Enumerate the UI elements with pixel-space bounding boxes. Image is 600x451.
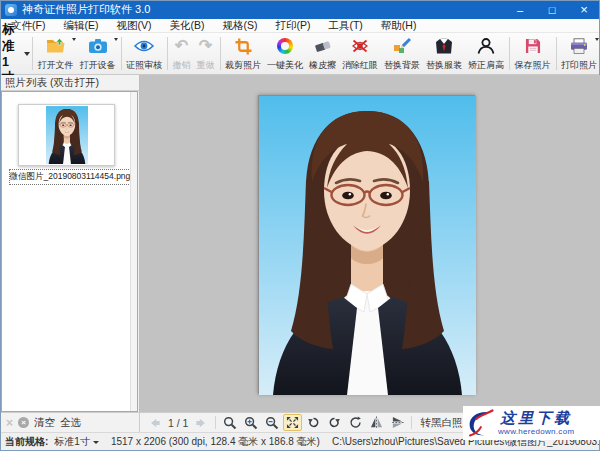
- arrow-left-icon: [148, 417, 161, 429]
- photo-review-label: 证照审核: [126, 59, 162, 72]
- maximize-button[interactable]: □: [536, 0, 568, 19]
- clear-button[interactable]: 清空: [34, 416, 55, 430]
- site-watermark: 这里下载 www.heredown.com: [463, 406, 600, 440]
- photo-list-header: 照片列表 (双击打开): [0, 75, 139, 91]
- eraser-label: 橡皮擦: [309, 59, 336, 72]
- replace-clothes-button[interactable]: 替换服装: [423, 34, 465, 73]
- next-photo-button[interactable]: [192, 414, 211, 431]
- close-button[interactable]: ×: [568, 0, 600, 19]
- menu-edit[interactable]: 编辑(E): [54, 19, 107, 32]
- chevron-down-icon: [595, 38, 599, 41]
- one-key-beautify-label: 一键美化: [267, 59, 303, 72]
- replace-background-button[interactable]: 替换背景: [381, 34, 423, 73]
- page-indicator: 1 / 1: [166, 417, 190, 429]
- one-key-beautify-button[interactable]: 一键美化: [264, 34, 306, 73]
- crop-photo-button[interactable]: 裁剪照片: [222, 34, 264, 73]
- fit-screen-icon: [286, 416, 299, 429]
- refresh-button[interactable]: [346, 414, 365, 431]
- zoom-tool-button[interactable]: [220, 414, 239, 431]
- fit-screen-button[interactable]: [283, 414, 302, 431]
- clear-list-icon[interactable]: ×: [18, 417, 29, 428]
- toolbar-separator: [556, 37, 557, 70]
- rotate-right-icon: [328, 416, 341, 429]
- select-all-button[interactable]: 全选: [60, 416, 81, 430]
- current-spec-dropdown[interactable]: 标准1寸: [54, 435, 99, 449]
- print-photo-label: 打印照片: [561, 59, 597, 72]
- magnifier-icon: [223, 416, 237, 430]
- photo-list: 微信图片_20190803114454.png: [1, 91, 138, 412]
- arrow-right-icon: [195, 417, 208, 429]
- menu-help[interactable]: 帮助(H): [372, 19, 426, 32]
- redo-button[interactable]: ↷ 重做: [194, 34, 218, 73]
- delete-photo-icon[interactable]: ×: [6, 417, 13, 429]
- redo-icon: ↷: [199, 36, 212, 56]
- chevron-down-icon: [93, 441, 99, 444]
- suit-icon: [435, 36, 453, 56]
- head-shoulders-icon: [477, 36, 495, 56]
- window-title: 神奇证件照片打印软件 3.0: [22, 2, 504, 17]
- open-file-button[interactable]: 打开文件: [35, 34, 77, 73]
- printer-icon: [570, 36, 588, 56]
- replace-clothes-label: 替换服装: [426, 59, 462, 72]
- minimize-button[interactable]: –: [504, 0, 536, 19]
- undo-icon: ↶: [175, 36, 188, 56]
- open-file-label: 打开文件: [38, 59, 74, 72]
- zoom-out-button[interactable]: [262, 414, 281, 431]
- folder-open-icon: [46, 36, 66, 56]
- menu-spec[interactable]: 规格(S): [213, 19, 266, 32]
- spec-dropdown-button[interactable]: 标准1寸: [2, 34, 30, 73]
- redo-label: 重做: [197, 59, 215, 72]
- content-area: 照片列表 (双击打开) 微信图片_20190803114454.png: [0, 75, 600, 412]
- chevron-down-icon: [72, 38, 76, 41]
- remove-red-eye-button[interactable]: 消除红眼: [339, 34, 381, 73]
- photo-preview[interactable]: [258, 95, 475, 394]
- rotate-right-button[interactable]: [325, 414, 344, 431]
- menu-view[interactable]: 视图(V): [107, 19, 160, 32]
- watermark-site-name: 这里下载: [500, 411, 572, 426]
- chevron-down-icon: [114, 38, 118, 41]
- correct-shoulder-button[interactable]: 矫正肩高: [465, 34, 507, 73]
- zoom-in-button[interactable]: [241, 414, 260, 431]
- thumbnail-filename[interactable]: 微信图片_20190803114454.png: [9, 169, 131, 185]
- photo-list-footer: × × 清空 全选: [0, 413, 140, 432]
- watermark-site-url: www.heredown.com: [498, 428, 574, 436]
- camera-icon: [88, 36, 108, 56]
- undo-button[interactable]: ↶ 撤销: [170, 34, 194, 73]
- floppy-save-icon: [525, 36, 541, 56]
- title-bar: 神奇证件照片打印软件 3.0 – □ ×: [0, 0, 600, 19]
- main-toolbar: 标准1寸 打开文件 打开设备 证照审核 ↶: [0, 33, 600, 75]
- prev-photo-button[interactable]: [145, 414, 164, 431]
- correct-shoulder-label: 矫正肩高: [468, 59, 504, 72]
- photo-thumbnail[interactable]: [18, 104, 115, 166]
- viewer-separator: [215, 416, 216, 429]
- rotate-left-button[interactable]: [304, 414, 323, 431]
- zoom-out-icon: [265, 416, 279, 430]
- refresh-icon: [349, 416, 362, 429]
- menu-beautify[interactable]: 美化(B): [160, 19, 213, 32]
- replace-background-label: 替换背景: [384, 59, 420, 72]
- open-device-button[interactable]: 打开设备: [77, 34, 119, 73]
- flip-horizontal-button[interactable]: [367, 414, 386, 431]
- save-photo-button[interactable]: 保存照片: [512, 34, 554, 73]
- thumbnail-image: [46, 106, 88, 164]
- photo-review-button[interactable]: 证照审核: [123, 34, 165, 73]
- toolbar-separator: [220, 37, 221, 70]
- eraser-button[interactable]: 橡皮擦: [306, 34, 339, 73]
- red-eye-icon: [351, 36, 369, 56]
- background-pencil-icon: [393, 36, 411, 56]
- menu-tools[interactable]: 工具(T): [319, 19, 371, 32]
- zoom-in-icon: [244, 416, 258, 430]
- print-photo-button[interactable]: 打印照片: [558, 34, 600, 73]
- photo-canvas: [140, 75, 600, 412]
- list-scrollbar[interactable]: [130, 92, 137, 411]
- open-device-label: 打开设备: [80, 59, 116, 72]
- eye-icon: [134, 36, 154, 56]
- app-icon: [5, 4, 17, 16]
- photo-list-panel: 照片列表 (双击打开) 微信图片_20190803114454.png: [0, 75, 140, 412]
- flip-vertical-icon: [391, 416, 404, 429]
- flip-vertical-button[interactable]: [388, 414, 407, 431]
- eraser-icon: [314, 36, 332, 56]
- crop-icon: [235, 36, 252, 56]
- menu-print[interactable]: 打印(P): [266, 19, 319, 32]
- crop-photo-label: 裁剪照片: [225, 59, 261, 72]
